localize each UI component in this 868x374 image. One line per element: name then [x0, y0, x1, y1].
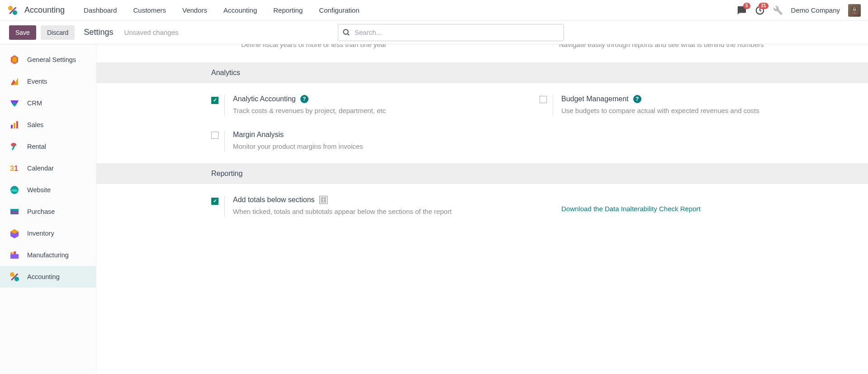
- nav-reporting[interactable]: Reporting: [267, 6, 309, 14]
- svg-point-1: [13, 10, 17, 15]
- sidebar-item-manufacturing[interactable]: Manufacturing: [0, 244, 96, 266]
- discard-button[interactable]: Discard: [41, 25, 75, 40]
- sidebar-item-label: Sales: [27, 121, 43, 128]
- svg-rect-14: [14, 123, 15, 128]
- tools-icon[interactable]: [773, 5, 783, 15]
- svg-rect-27: [10, 252, 13, 254]
- sidebar-item-website[interactable]: Website: [0, 179, 96, 201]
- nav-customers[interactable]: Customers: [127, 6, 172, 14]
- nav-vendors[interactable]: Vendors: [176, 6, 213, 14]
- sidebar-item-inventory[interactable]: Inventory: [0, 223, 96, 244]
- control-bar: Save Discard Settings Unsaved changes: [0, 21, 868, 44]
- search-icon: [342, 28, 351, 37]
- option-desc: Track costs & revenues by project, depar…: [233, 106, 522, 116]
- option-title: Budget Management: [561, 95, 629, 103]
- calendar-icon: 31: [9, 163, 20, 174]
- sidebar-item-sales[interactable]: Sales: [0, 114, 96, 136]
- option-desc: Monitor your product margins from invoic…: [233, 142, 522, 152]
- svg-rect-15: [16, 121, 18, 128]
- svg-rect-28: [14, 251, 16, 254]
- help-icon[interactable]: ?: [633, 95, 641, 103]
- gear-icon: [9, 54, 20, 65]
- sidebar-item-label: Accounting: [27, 273, 60, 280]
- search-input[interactable]: [338, 24, 564, 41]
- option-title: Analytic Accounting: [233, 95, 296, 103]
- enterprise-icon[interactable]: [319, 196, 327, 204]
- partial-desc-right: Navigate easily through reports and see …: [559, 48, 850, 50]
- option-download-report: Download the Data Inalterability Check R…: [540, 196, 850, 217]
- section-analytics-header: Analytics: [96, 62, 868, 83]
- sidebar-item-events[interactable]: Events: [0, 71, 96, 92]
- app-logo[interactable]: [7, 5, 18, 16]
- layout: General Settings Events CRM Sales Rental…: [0, 44, 868, 374]
- breadcrumb: Settings: [84, 28, 113, 37]
- sidebar-item-rental[interactable]: Rental: [0, 136, 96, 157]
- activities-badge: 21: [759, 3, 768, 9]
- add-totals-checkbox[interactable]: [211, 198, 218, 205]
- svg-rect-36: [324, 200, 325, 201]
- sidebar-item-general-settings[interactable]: General Settings: [0, 49, 96, 71]
- budget-management-checkbox[interactable]: [540, 96, 547, 103]
- sidebar-item-label: Website: [27, 186, 51, 194]
- main-content: Define fiscal years of more or less than…: [96, 44, 868, 374]
- option-desc: Use budgets to compare actual with expec…: [561, 106, 850, 116]
- app-name[interactable]: Accounting: [24, 5, 65, 15]
- analytic-accounting-checkbox[interactable]: [211, 97, 218, 104]
- sidebar-item-label: General Settings: [27, 56, 76, 63]
- search-wrap: [338, 24, 564, 41]
- purchase-icon: [9, 206, 20, 217]
- top-nav: Accounting Dashboard Customers Vendors A…: [0, 0, 868, 21]
- website-icon: [9, 185, 20, 195]
- nav-dashboard[interactable]: Dashboard: [77, 6, 123, 14]
- svg-line-10: [347, 33, 349, 35]
- sidebar-item-accounting[interactable]: Accounting: [0, 266, 96, 288]
- events-icon: [9, 76, 20, 87]
- sidebar-item-crm[interactable]: CRM: [0, 92, 96, 114]
- sidebar-item-label: Calendar: [27, 165, 54, 172]
- sales-icon: [9, 119, 20, 130]
- section-analytics-body: Analytic Accounting ? Track costs & reve…: [96, 83, 868, 163]
- option-title: Add totals below sections: [233, 196, 315, 204]
- sidebar-item-label: Events: [27, 78, 47, 85]
- sidebar-item-calendar[interactable]: 31 Calendar: [0, 157, 96, 179]
- svg-point-0: [8, 6, 13, 10]
- sidebar-item-label: Rental: [27, 143, 46, 150]
- settings-sidebar: General Settings Events CRM Sales Rental…: [0, 44, 96, 374]
- crm-icon: [9, 98, 20, 109]
- sidebar-item-label: Manufacturing: [27, 251, 69, 259]
- svg-rect-23: [10, 209, 19, 211]
- nav-accounting[interactable]: Accounting: [217, 6, 263, 14]
- messages-icon[interactable]: 5: [737, 5, 747, 15]
- option-analytic-accounting: Analytic Accounting ? Track costs & reve…: [211, 95, 522, 116]
- option-title: Margin Analysis: [233, 131, 284, 139]
- download-report-link[interactable]: Download the Data Inalterability Check R…: [561, 205, 701, 213]
- save-button[interactable]: Save: [9, 25, 36, 40]
- svg-rect-34: [324, 199, 325, 199]
- svg-text:3: 3: [10, 165, 14, 172]
- svg-rect-13: [11, 125, 13, 128]
- sidebar-item-label: CRM: [27, 99, 42, 107]
- sidebar-item-label: Inventory: [27, 230, 54, 237]
- messages-badge: 5: [743, 3, 750, 9]
- svg-rect-32: [321, 198, 326, 202]
- section-reporting-header: Reporting: [96, 163, 868, 184]
- sidebar-item-purchase[interactable]: Purchase: [0, 201, 96, 223]
- svg-point-29: [10, 272, 14, 277]
- svg-point-8: [855, 9, 856, 9]
- option-add-totals: Add totals below sections When ticked, t…: [211, 196, 522, 217]
- margin-analysis-checkbox[interactable]: [211, 132, 218, 139]
- section-reporting-body: Add totals below sections When ticked, t…: [96, 184, 868, 229]
- option-margin-analysis: Margin Analysis Monitor your product mar…: [211, 131, 522, 152]
- activities-icon[interactable]: 21: [755, 5, 765, 15]
- svg-rect-26: [10, 254, 19, 259]
- help-icon[interactable]: ?: [300, 95, 308, 103]
- inventory-icon: [9, 228, 20, 239]
- option-desc: When ticked, totals and subtotals appear…: [233, 207, 522, 217]
- svg-point-9: [343, 29, 348, 34]
- nav-configuration[interactable]: Configuration: [313, 6, 365, 14]
- user-avatar[interactable]: [848, 4, 861, 17]
- top-nav-right: 5 21 Demo Company: [737, 4, 861, 17]
- accounting-icon: [9, 271, 20, 282]
- company-switcher[interactable]: Demo Company: [791, 6, 840, 14]
- manufacturing-icon: [9, 250, 20, 260]
